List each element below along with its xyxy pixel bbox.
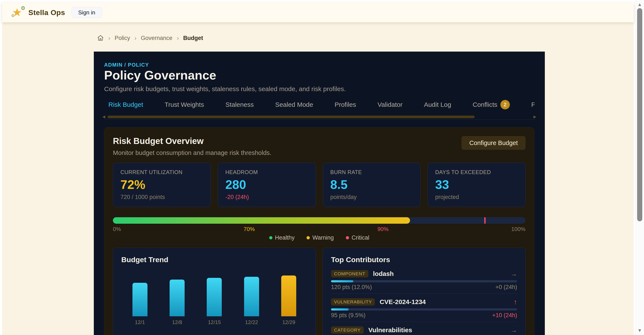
tab-scrollbar-thumb[interactable] (108, 116, 475, 118)
critical-dot-icon (346, 236, 349, 239)
tick-0: 0% (113, 226, 121, 232)
tab-truncated[interactable]: Pl (527, 98, 534, 112)
trend-bar (281, 275, 296, 316)
trend-arrow-icon[interactable]: ↑ (514, 298, 517, 306)
tab-trust-weights[interactable]: Trust Weights (160, 98, 208, 112)
tick-90: 90% (378, 226, 388, 232)
tab-bar: Risk Budget Trust Weights Staleness Seal… (104, 98, 534, 112)
tab-scrollbar: ◀ ▶ (102, 115, 536, 119)
stat-sub: -20 (24h) (226, 193, 308, 201)
divider (331, 322, 517, 322)
page-title: Policy Governance (104, 68, 216, 82)
overview-header: Risk Budget Overview Monitor budget cons… (113, 136, 526, 156)
stat-sub: points/day (330, 193, 413, 201)
tab-label: Trust Weights (165, 101, 204, 108)
overview-columns: Budget Trend 12/1 12/8 12/15 1 (113, 248, 526, 335)
sign-in-button[interactable]: Sign in (72, 7, 102, 18)
stat-burn-rate: BURN RATE 8.5 points/day (323, 163, 421, 207)
conflicts-count-badge: 2 (500, 100, 510, 109)
chevron-right-icon: › (177, 34, 179, 42)
risk-budget-overview-card: Risk Budget Overview Monitor budget cons… (104, 127, 534, 335)
type-badge: COMPONENT (331, 270, 368, 277)
contributor-row: VULNERABILITY CVE-2024-1234 ↑ (331, 298, 517, 306)
stat-label: BURN RATE (330, 169, 413, 175)
trend-bar (170, 279, 184, 316)
delta-label: +0 (24h) (496, 284, 517, 290)
tab-label: Conflicts (473, 101, 498, 108)
utilization-gauge (113, 217, 526, 224)
tab-validator[interactable]: Validator (373, 98, 407, 112)
tab-audit-log[interactable]: Audit Log (420, 98, 456, 112)
scroll-up-arrow-icon[interactable]: ▲ (635, 2, 644, 7)
points-label: 95 pts (9.5%) (331, 312, 366, 318)
contribution-bar-fill (331, 308, 348, 310)
contributor-name: Vulnerabilities (368, 326, 412, 334)
budget-trend-title: Budget Trend (121, 255, 308, 264)
browser-scrollbar: ▲ ▼ (635, 0, 644, 335)
top-bar: ★ ⚙ ⚙ Stella Ops Sign in (2, 3, 634, 22)
policy-governance-panel: ADMIN / POLICY Policy Governance Configu… (94, 52, 545, 335)
legend-warning: Warning (306, 234, 334, 241)
scrollbar-thumb[interactable] (637, 8, 642, 221)
gear-icon: ⚙ (20, 5, 25, 11)
trend-bar-chart (121, 275, 308, 316)
trend-bar (207, 278, 222, 316)
stat-sub: 720 / 1000 points (120, 193, 203, 201)
legend-label: Warning (312, 234, 334, 241)
stat-headroom: HEADROOM 280 -20 (24h) (218, 163, 316, 207)
list-item-vulnerabilities-category: CATEGORY Vulnerabilities → (331, 326, 517, 334)
scroll-right-arrow-icon[interactable]: ▶ (534, 115, 536, 119)
brand-logo[interactable]: ★ ⚙ ⚙ Stella Ops (12, 7, 65, 19)
legend-label: Critical (352, 234, 370, 241)
scroll-left-arrow-icon[interactable]: ◀ (102, 115, 105, 119)
tab-risk-budget[interactable]: Risk Budget (104, 98, 148, 112)
app-surface: ★ ⚙ ⚙ Stella Ops Sign in › Policy › Gove… (2, 3, 634, 335)
breadcrumb-budget: Budget (183, 35, 203, 42)
stat-value: 33 (435, 178, 518, 191)
x-label: 12/22 (242, 319, 261, 325)
contributor-name: lodash (373, 270, 394, 277)
trend-arrow-icon[interactable]: → (510, 270, 517, 278)
page-subtitle: Configure risk budgets, trust weights, s… (104, 85, 346, 93)
tab-label: Sealed Mode (275, 101, 313, 108)
trend-arrow-icon[interactable]: → (510, 326, 517, 334)
tick-70: 70% (244, 226, 255, 232)
tab-label: Pl (531, 101, 534, 108)
brand-name: Stella Ops (28, 8, 65, 17)
chevron-right-icon: › (108, 34, 110, 42)
contributor-stats-row: 120 pts (12.0%) +0 (24h) (331, 284, 517, 290)
tab-profiles[interactable]: Profiles (330, 98, 360, 112)
contributor-row: COMPONENT lodash → (331, 270, 517, 278)
stat-label: HEADROOM (226, 169, 308, 175)
overview-title: Risk Budget Overview (113, 136, 271, 146)
star-mascot-icon: ★ ⚙ ⚙ (12, 7, 24, 19)
stat-label: CURRENT UTILIZATION (120, 169, 203, 175)
divider (331, 293, 517, 294)
stat-value: 8.5 (330, 178, 413, 191)
home-icon[interactable] (97, 35, 104, 42)
stat-sub: projected (435, 193, 518, 201)
contributor-stats-row: 95 pts (9.5%) +10 (24h) (331, 312, 517, 318)
configure-budget-button[interactable]: Configure Budget (462, 136, 526, 150)
scroll-down-arrow-icon[interactable]: ▼ (635, 328, 644, 333)
tab-staleness[interactable]: Staleness (221, 98, 258, 112)
tab-sealed-mode[interactable]: Sealed Mode (271, 98, 318, 112)
points-label: 120 pts (12.0%) (331, 284, 372, 290)
tab-conflicts[interactable]: Conflicts 2 (468, 98, 514, 112)
trend-x-labels: 12/1 12/8 12/15 12/22 12/29 (121, 319, 308, 325)
tab-label: Audit Log (424, 101, 451, 108)
top-contributors-card: Top Contributors COMPONENT lodash → (323, 248, 526, 335)
gauge-tick-labels: 0% 70% 90% 100% (113, 226, 526, 232)
overview-subtitle: Monitor budget consumption and manage ri… (113, 149, 271, 156)
top-contributors-title: Top Contributors (331, 255, 517, 264)
tick-100: 100% (511, 226, 526, 232)
contribution-bar (331, 280, 517, 282)
breadcrumb-governance[interactable]: Governance (141, 35, 172, 42)
x-label: 12/29 (279, 319, 298, 325)
breadcrumb-policy[interactable]: Policy (115, 35, 130, 42)
overview-title-block: Risk Budget Overview Monitor budget cons… (113, 136, 271, 156)
x-label: 12/8 (168, 319, 187, 325)
stat-current-utilization: CURRENT UTILIZATION 72% 720 / 1000 point… (113, 163, 211, 207)
healthy-dot-icon (269, 236, 272, 239)
gear-icon-small: ⚙ (11, 13, 14, 18)
